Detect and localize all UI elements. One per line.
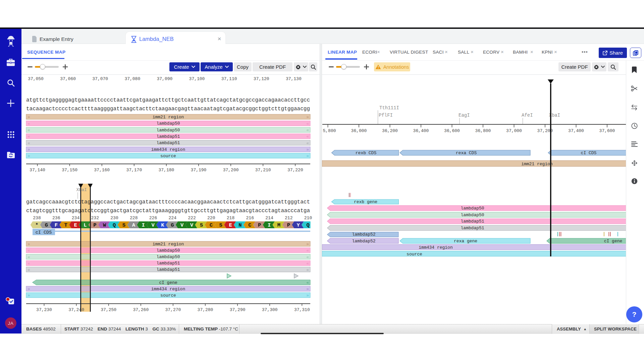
svg-text:«: « bbox=[28, 267, 30, 273]
svg-text:lambdap50: lambdap50 bbox=[156, 254, 180, 259]
svg-text:M: M bbox=[277, 222, 280, 228]
svg-text:37,300: 37,300 bbox=[262, 307, 278, 312]
svg-text:S: S bbox=[200, 222, 203, 228]
svg-text:I: I bbox=[268, 222, 271, 228]
svg-text:234: 234 bbox=[72, 216, 80, 221]
svg-text:N: N bbox=[238, 222, 241, 228]
svg-text:»: » bbox=[28, 147, 30, 152]
svg-text:rexb gene: rexb gene bbox=[354, 199, 377, 204]
svg-text:lambdap50: lambdap50 bbox=[156, 128, 180, 133]
svg-text:224: 224 bbox=[169, 216, 177, 221]
svg-text:lambdap52: lambdap52 bbox=[352, 239, 375, 244]
svg-text:«: « bbox=[28, 248, 30, 253]
svg-text:37,090: 37,090 bbox=[157, 76, 172, 81]
svg-text:atgttctgaggggagtgaaaattcccctaa: atgttctgaggggagtgaaaattcccctaattcgatgaag… bbox=[26, 97, 310, 103]
svg-text:XbaI: XbaI bbox=[76, 187, 87, 192]
svg-text:37,210: 37,210 bbox=[255, 168, 271, 173]
svg-text:226: 226 bbox=[149, 216, 157, 221]
svg-text:36,000: 36,000 bbox=[351, 128, 367, 133]
svg-text:source: source bbox=[407, 252, 422, 257]
svg-text:»: » bbox=[306, 115, 309, 120]
svg-text:«: « bbox=[306, 255, 309, 260]
svg-text:»: » bbox=[28, 115, 30, 120]
svg-text:Q: Q bbox=[113, 222, 116, 228]
svg-text:37,180: 37,180 bbox=[158, 168, 174, 173]
svg-text:37,050: 37,050 bbox=[28, 76, 44, 81]
svg-text:«: « bbox=[306, 280, 309, 285]
svg-text:228: 228 bbox=[130, 216, 138, 221]
svg-text:imm21 region: imm21 region bbox=[153, 115, 184, 120]
svg-text:cI gene: cI gene bbox=[159, 280, 177, 285]
svg-text:imm434 region: imm434 region bbox=[419, 245, 452, 250]
svg-text:cI gene: cI gene bbox=[604, 239, 623, 244]
svg-text:222: 222 bbox=[188, 216, 196, 221]
svg-text:37,190: 37,190 bbox=[191, 168, 207, 173]
svg-text:37,220: 37,220 bbox=[287, 168, 303, 173]
svg-text:«: « bbox=[306, 248, 309, 253]
svg-text:37,400: 37,400 bbox=[568, 128, 584, 133]
svg-text:lambdap51: lambdap51 bbox=[156, 140, 180, 145]
svg-text:230: 230 bbox=[110, 216, 118, 221]
svg-text:37,130: 37,130 bbox=[286, 76, 302, 81]
svg-text:«: « bbox=[28, 141, 30, 146]
svg-text:source: source bbox=[160, 293, 176, 298]
svg-text:imm21 region: imm21 region bbox=[153, 242, 184, 247]
svg-text:»: » bbox=[28, 293, 30, 298]
svg-text:*: * bbox=[35, 222, 38, 228]
svg-text:G: G bbox=[171, 222, 174, 228]
svg-text:imm21 region: imm21 region bbox=[521, 162, 553, 167]
svg-text:lambdap51: lambdap51 bbox=[461, 219, 484, 224]
svg-text:lambdap51: lambdap51 bbox=[156, 261, 180, 266]
svg-text:218: 218 bbox=[227, 216, 234, 221]
svg-text:lambdap51: lambdap51 bbox=[461, 226, 484, 231]
svg-text:lambdap51: lambdap51 bbox=[156, 134, 180, 139]
svg-text:V: V bbox=[190, 222, 194, 228]
svg-text:37,060: 37,060 bbox=[60, 76, 76, 81]
svg-text:37,200: 37,200 bbox=[223, 168, 239, 173]
svg-text:«: « bbox=[28, 128, 30, 133]
svg-text:«: « bbox=[306, 267, 309, 273]
svg-text:36,600: 36,600 bbox=[444, 128, 460, 133]
svg-text:AfeI: AfeI bbox=[522, 113, 533, 118]
svg-text:EagI: EagI bbox=[459, 113, 470, 118]
svg-text:37,110: 37,110 bbox=[221, 76, 237, 81]
svg-text:G: G bbox=[45, 222, 48, 228]
svg-text:V: V bbox=[180, 222, 184, 228]
svg-text:37,240: 37,240 bbox=[68, 307, 84, 312]
svg-text:216: 216 bbox=[246, 216, 254, 221]
svg-text:E: E bbox=[229, 222, 232, 228]
svg-text:imm434 region: imm434 region bbox=[151, 287, 185, 292]
svg-text:210: 210 bbox=[304, 216, 312, 221]
svg-text:S: S bbox=[122, 222, 125, 228]
svg-text:cI CDS: cI CDS bbox=[36, 230, 52, 235]
svg-text:37,270: 37,270 bbox=[165, 307, 181, 312]
svg-text:37,000: 37,000 bbox=[506, 128, 522, 133]
svg-text:5,800: 5,800 bbox=[323, 128, 336, 133]
svg-text:»: » bbox=[28, 154, 30, 159]
svg-text:«: « bbox=[28, 121, 30, 126]
svg-text:F: F bbox=[55, 222, 58, 228]
svg-text:lambdap52: lambdap52 bbox=[352, 232, 375, 237]
svg-text:lambdap50: lambdap50 bbox=[156, 248, 180, 253]
svg-text:Q: Q bbox=[306, 222, 309, 228]
svg-text:36,800: 36,800 bbox=[475, 128, 491, 133]
svg-text:gatcagccaaacgtctctagaggccactga: gatcagccaaacgtctctagaggccactgactagcgataa… bbox=[26, 199, 310, 205]
svg-text:37,260: 37,260 bbox=[133, 307, 149, 312]
svg-text:«: « bbox=[306, 121, 309, 126]
svg-text:P: P bbox=[258, 222, 261, 228]
svg-text:cI CDS: cI CDS bbox=[581, 150, 597, 156]
svg-text:37,250: 37,250 bbox=[101, 307, 116, 312]
svg-text:»: » bbox=[306, 147, 309, 152]
svg-text:36,200: 36,200 bbox=[382, 128, 398, 133]
svg-text:37,230: 37,230 bbox=[36, 307, 52, 312]
svg-text:Tth111I: Tth111I bbox=[379, 105, 399, 111]
svg-text:«: « bbox=[306, 128, 309, 133]
svg-text:«: « bbox=[28, 261, 30, 266]
svg-text:37,600: 37,600 bbox=[599, 128, 615, 133]
svg-text:«: « bbox=[306, 134, 309, 139]
svg-text:37,100: 37,100 bbox=[189, 76, 205, 81]
svg-text:W: W bbox=[103, 222, 106, 228]
svg-text:S: S bbox=[219, 222, 222, 228]
svg-text:rexa gene: rexa gene bbox=[454, 239, 477, 244]
svg-text:37,150: 37,150 bbox=[62, 168, 77, 173]
